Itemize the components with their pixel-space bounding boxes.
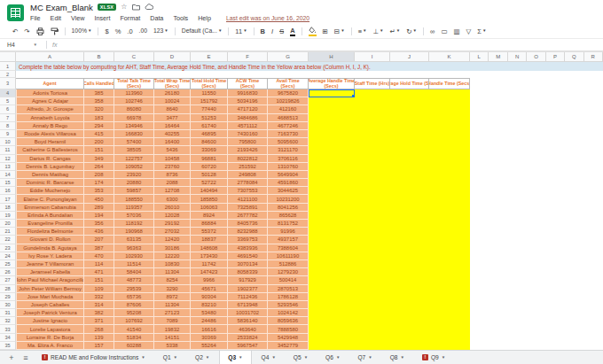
value-cell[interactable]: 10830	[154, 260, 191, 268]
sheet-tab-q9[interactable]: !Q9▼	[414, 351, 453, 364]
yellow-cell[interactable]	[309, 285, 355, 293]
zoom-select[interactable]: 100%▼	[72, 28, 92, 35]
value-cell[interactable]: 190968	[114, 228, 154, 236]
yellow-cell[interactable]	[355, 317, 470, 325]
agent-name-cell[interactable]: Gundelinda B. Agutaya	[16, 244, 84, 252]
value-cell[interactable]: 7163730	[268, 130, 309, 138]
value-cell[interactable]: 264	[84, 163, 114, 171]
table-header-cell[interactable]: Staff Time (Hrs)	[355, 78, 390, 89]
table-header-cell[interactable]: Avail Time(Secs)	[268, 78, 309, 89]
chevron-down-icon[interactable]: ▼	[368, 355, 372, 360]
yellow-cell[interactable]	[355, 155, 470, 163]
value-cell[interactable]: 7430160	[228, 130, 268, 138]
value-cell[interactable]: 16464	[154, 122, 191, 130]
yellow-cell[interactable]	[355, 276, 470, 284]
value-cell[interactable]: 353	[84, 187, 114, 195]
empty-cell[interactable]	[470, 187, 603, 195]
empty-cell[interactable]	[470, 163, 603, 171]
column-header-B[interactable]: B	[84, 52, 114, 61]
value-cell[interactable]: 5034196	[228, 97, 268, 105]
table-header-cell[interactable]: Agent	[16, 78, 84, 89]
value-cell[interactable]: 9916830	[228, 89, 268, 97]
value-cell[interactable]: 1902377	[228, 285, 268, 293]
fill-color-button[interactable]	[309, 27, 317, 36]
yellow-cell[interactable]	[309, 97, 355, 105]
yellow-cell[interactable]	[309, 268, 355, 276]
borders-button[interactable]: ⊞	[323, 28, 328, 35]
yellow-cell[interactable]	[355, 195, 470, 203]
empty-cell[interactable]	[470, 195, 603, 203]
more-formats-button[interactable]: 123▼	[153, 28, 168, 35]
yellow-cell[interactable]	[355, 325, 470, 333]
table-header-cell[interactable]: Total Hold Time(Secs)	[191, 78, 228, 89]
yellow-cell[interactable]	[309, 130, 355, 138]
yellow-cell[interactable]	[355, 236, 470, 244]
menu-data[interactable]: Data	[150, 14, 163, 22]
value-cell[interactable]: 436	[84, 228, 114, 236]
value-cell[interactable]: 60720	[191, 163, 228, 171]
table-header-cell[interactable]: Average Handle Time(Secs)	[309, 78, 355, 89]
star-icon[interactable]: ☆	[121, 4, 127, 11]
value-cell[interactable]: 512886	[268, 260, 309, 268]
row-header-24[interactable]: 24	[0, 252, 16, 260]
column-header-F[interactable]: F	[228, 52, 268, 61]
value-cell[interactable]: 38505	[114, 146, 154, 154]
value-cell[interactable]: 96363	[114, 244, 154, 252]
value-cell[interactable]: 183	[84, 114, 114, 122]
value-cell[interactable]: 470	[84, 252, 114, 260]
value-cell[interactable]: 8022812	[228, 155, 268, 163]
row-header-15[interactable]: 15	[0, 179, 16, 187]
yellow-cell[interactable]	[309, 325, 355, 333]
redo-icon[interactable]: ↷	[24, 28, 29, 35]
empty-cell[interactable]	[470, 138, 603, 146]
value-cell[interactable]: 385	[84, 89, 114, 97]
value-cell[interactable]: 139	[84, 334, 114, 342]
value-cell[interactable]: 11304	[154, 301, 191, 309]
value-cell[interactable]: 58404	[114, 268, 154, 276]
column-header-P[interactable]: P	[546, 52, 565, 61]
yellow-cell[interactable]	[355, 171, 470, 179]
value-cell[interactable]: 412160	[268, 105, 309, 113]
yellow-cell[interactable]	[309, 276, 355, 284]
agent-name-cell[interactable]: Ivy Rose Y. Ladera	[16, 252, 84, 260]
currency-format-button[interactable]: $	[105, 28, 108, 35]
paint-format-icon[interactable]	[51, 27, 59, 35]
text-wrap-button[interactable]: ↵▼	[390, 28, 401, 35]
agent-name-cell[interactable]: Flordeliza Belmonte	[16, 228, 84, 236]
italic-button[interactable]: I	[271, 28, 273, 35]
row-header-2[interactable]: 2	[0, 71, 16, 78]
yellow-cell[interactable]	[309, 163, 355, 171]
value-cell[interactable]: 23760	[154, 163, 191, 171]
value-cell[interactable]: 147423	[191, 268, 228, 276]
yellow-cell[interactable]	[309, 146, 355, 154]
value-cell[interactable]: 65736	[114, 293, 154, 301]
row-header-12[interactable]: 12	[0, 155, 16, 163]
agent-name-cell[interactable]: Roode Alexis Villarosa	[16, 130, 84, 138]
agent-name-cell[interactable]: Dennis Matibag	[16, 171, 84, 179]
value-cell[interactable]: 55264	[191, 342, 228, 350]
strikethrough-button[interactable]: S	[279, 28, 284, 35]
horizontal-align-button[interactable]: ≡▼	[358, 28, 367, 35]
row-header-5[interactable]: 5	[0, 97, 16, 105]
value-cell[interactable]: 3706116	[268, 155, 309, 163]
value-cell[interactable]: 18837	[191, 236, 228, 244]
menu-insert[interactable]: Insert	[94, 14, 110, 22]
fill-handle[interactable]	[352, 95, 355, 97]
value-cell[interactable]: 6713948	[228, 301, 268, 309]
text-color-button[interactable]: A	[290, 27, 294, 36]
yellow-cell[interactable]	[309, 179, 355, 187]
value-cell[interactable]: 12708	[154, 187, 191, 195]
value-cell[interactable]: 11550	[191, 89, 228, 97]
column-header-O[interactable]: O	[527, 52, 545, 61]
value-cell[interactable]: 2088	[154, 179, 191, 187]
value-cell[interactable]: 371	[84, 317, 114, 325]
value-cell[interactable]: 119357	[114, 204, 154, 212]
value-cell[interactable]: 102930	[114, 252, 154, 260]
value-cell[interactable]: 320	[84, 105, 114, 113]
agent-name-cell[interactable]: Jeanne T Villamoran	[16, 260, 84, 268]
agent-name-cell[interactable]: Dennis B. Lagumbay	[16, 163, 84, 171]
value-cell[interactable]: 9675820	[268, 89, 309, 97]
value-cell[interactable]: 7888580	[268, 325, 309, 333]
yellow-cell[interactable]	[355, 252, 470, 260]
move-folder-icon[interactable]	[132, 4, 140, 11]
